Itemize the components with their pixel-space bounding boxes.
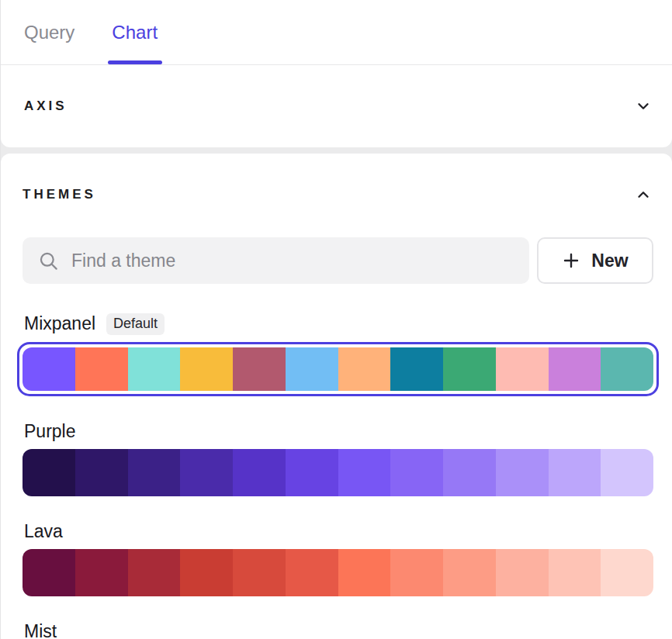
themes-toolbar: New (23, 237, 653, 284)
color-swatch (75, 347, 128, 391)
theme-name: Purple (24, 421, 75, 442)
color-swatch (496, 549, 549, 596)
themes-section-header[interactable]: THEMES (23, 186, 653, 203)
color-swatch (128, 449, 181, 496)
color-swatch (549, 549, 601, 596)
color-swatch (549, 449, 601, 496)
color-swatch (233, 549, 286, 596)
color-swatch (128, 549, 181, 596)
theme-list-item: Lava (23, 521, 653, 596)
theme-label-row: Mist (23, 621, 653, 639)
theme-list-item: Mist (23, 621, 653, 639)
themes-section-title: THEMES (23, 187, 96, 202)
color-swatch (128, 347, 181, 391)
theme-name: Lava (24, 521, 63, 542)
color-swatch (338, 449, 391, 496)
section-divider-gap (1, 147, 672, 154)
tab-chart[interactable]: Chart (112, 0, 158, 64)
new-theme-button-label: New (591, 250, 628, 271)
swatch-row (23, 449, 653, 496)
color-swatch (23, 549, 75, 596)
theme-list-item: Purple (23, 421, 653, 496)
theme-list: Mixpanel Default Purple Lava Mist (23, 313, 653, 639)
color-swatch (75, 449, 128, 496)
chevron-down-icon[interactable] (635, 98, 652, 115)
theme-name: Mixpanel (24, 313, 95, 334)
new-theme-button[interactable]: New (537, 237, 653, 284)
tab-query[interactable]: Query (24, 0, 74, 64)
theme-label-row: Lava (23, 521, 653, 542)
color-swatch (443, 449, 496, 496)
color-swatch (601, 347, 653, 391)
color-swatch (180, 449, 233, 496)
color-swatch (390, 449, 443, 496)
color-swatch (338, 549, 391, 596)
active-tab-underline (108, 60, 162, 64)
color-swatch (180, 549, 233, 596)
color-swatch (549, 347, 601, 391)
theme-label-row: Mixpanel Default (23, 313, 653, 335)
color-swatch (286, 347, 338, 391)
axis-section-header[interactable]: AXIS (1, 65, 672, 147)
color-swatch (180, 347, 233, 391)
theme-search-box[interactable] (23, 237, 529, 284)
theme-label-row: Purple (23, 421, 653, 442)
color-swatch (496, 347, 549, 391)
color-swatch (496, 449, 549, 496)
tabs-bar: Query Chart (1, 0, 672, 65)
theme-list-item: Mixpanel Default (23, 313, 653, 396)
color-swatch (233, 347, 286, 391)
theme-palette[interactable] (23, 449, 653, 496)
theme-palette[interactable] (23, 549, 653, 596)
chart-settings-panel: Query Chart AXIS THEMES New (0, 0, 672, 639)
theme-name: Mist (24, 621, 57, 639)
swatch-row (23, 549, 653, 596)
axis-section-title: AXIS (24, 98, 68, 114)
color-swatch (601, 449, 653, 496)
color-swatch (390, 347, 443, 391)
theme-default-badge: Default (106, 313, 165, 335)
theme-palette[interactable] (17, 342, 659, 396)
theme-search-input[interactable] (71, 250, 514, 271)
plus-icon (562, 251, 580, 270)
tab-chart-label: Chart (112, 22, 158, 43)
color-swatch (233, 449, 286, 496)
color-swatch (286, 549, 338, 596)
color-swatch (75, 549, 128, 596)
color-swatch (443, 549, 496, 596)
color-swatch (601, 549, 653, 596)
color-swatch (338, 347, 391, 391)
color-swatch (390, 549, 443, 596)
search-icon (38, 250, 59, 271)
chevron-up-icon[interactable] (635, 186, 652, 203)
swatch-row (23, 347, 653, 391)
color-swatch (23, 347, 75, 391)
color-swatch (443, 347, 496, 391)
color-swatch (23, 449, 75, 496)
themes-section: THEMES New Mixpanel Default Purple (1, 154, 672, 639)
color-swatch (286, 449, 338, 496)
